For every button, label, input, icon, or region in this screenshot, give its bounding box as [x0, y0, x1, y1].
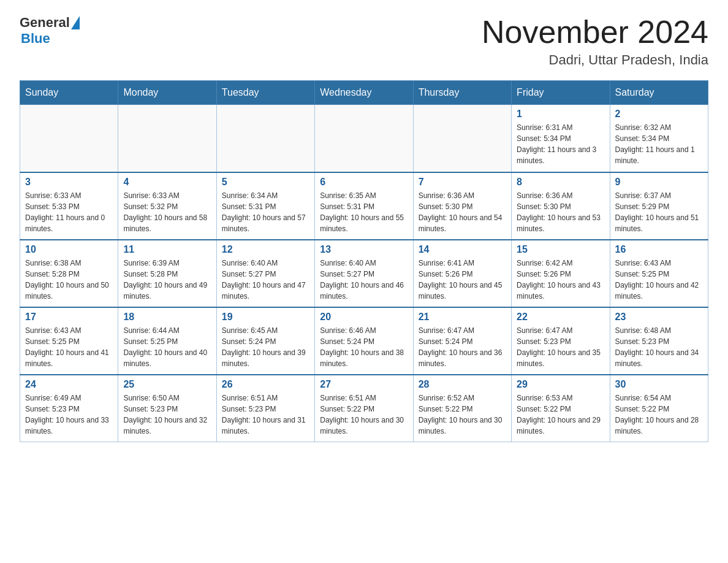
- calendar-cell: 26Sunrise: 6:51 AM Sunset: 5:23 PM Dayli…: [216, 375, 314, 442]
- day-info: Sunrise: 6:51 AM Sunset: 5:22 PM Dayligh…: [320, 393, 408, 437]
- day-info: Sunrise: 6:45 AM Sunset: 5:24 PM Dayligh…: [222, 325, 309, 369]
- day-number: 22: [517, 312, 604, 323]
- day-info: Sunrise: 6:51 AM Sunset: 5:23 PM Dayligh…: [222, 393, 309, 437]
- day-info: Sunrise: 6:36 AM Sunset: 5:30 PM Dayligh…: [419, 190, 506, 234]
- calendar-week-row: 3Sunrise: 6:33 AM Sunset: 5:33 PM Daylig…: [20, 172, 708, 240]
- day-info: Sunrise: 6:39 AM Sunset: 5:28 PM Dayligh…: [123, 258, 211, 302]
- day-info: Sunrise: 6:33 AM Sunset: 5:32 PM Dayligh…: [123, 190, 211, 234]
- calendar-cell: 1Sunrise: 6:31 AM Sunset: 5:34 PM Daylig…: [512, 105, 610, 172]
- day-number: 21: [419, 312, 506, 323]
- calendar-cell: 9Sunrise: 6:37 AM Sunset: 5:29 PM Daylig…: [610, 172, 708, 240]
- day-number: 7: [419, 177, 506, 188]
- calendar-cell: 28Sunrise: 6:52 AM Sunset: 5:22 PM Dayli…: [413, 375, 511, 442]
- day-number: 18: [123, 312, 211, 323]
- calendar-cell: 11Sunrise: 6:39 AM Sunset: 5:28 PM Dayli…: [118, 240, 216, 307]
- calendar-cell: 2Sunrise: 6:32 AM Sunset: 5:34 PM Daylig…: [610, 105, 708, 172]
- day-info: Sunrise: 6:44 AM Sunset: 5:25 PM Dayligh…: [123, 325, 211, 369]
- calendar-cell: 18Sunrise: 6:44 AM Sunset: 5:25 PM Dayli…: [118, 307, 216, 375]
- day-info: Sunrise: 6:34 AM Sunset: 5:31 PM Dayligh…: [222, 190, 309, 234]
- day-info: Sunrise: 6:40 AM Sunset: 5:27 PM Dayligh…: [222, 258, 309, 302]
- day-number: 16: [615, 244, 703, 255]
- calendar-table: SundayMondayTuesdayWednesdayThursdayFrid…: [20, 80, 708, 442]
- calendar-cell: 23Sunrise: 6:48 AM Sunset: 5:23 PM Dayli…: [610, 307, 708, 375]
- days-header-row: SundayMondayTuesdayWednesdayThursdayFrid…: [20, 81, 708, 105]
- location-subtitle: Dadri, Uttar Pradesh, India: [482, 52, 708, 68]
- logo: General Blue: [20, 15, 81, 47]
- day-info: Sunrise: 6:47 AM Sunset: 5:24 PM Dayligh…: [419, 325, 506, 369]
- day-number: 11: [123, 244, 211, 255]
- day-info: Sunrise: 6:43 AM Sunset: 5:25 PM Dayligh…: [25, 325, 113, 369]
- calendar-cell: 13Sunrise: 6:40 AM Sunset: 5:27 PM Dayli…: [315, 240, 413, 307]
- calendar-cell: 24Sunrise: 6:49 AM Sunset: 5:23 PM Dayli…: [20, 375, 118, 442]
- day-info: Sunrise: 6:41 AM Sunset: 5:26 PM Dayligh…: [419, 258, 506, 302]
- day-number: 13: [320, 244, 408, 255]
- day-number: 26: [222, 379, 309, 390]
- calendar-cell: 3Sunrise: 6:33 AM Sunset: 5:33 PM Daylig…: [20, 172, 118, 240]
- day-info: Sunrise: 6:42 AM Sunset: 5:26 PM Dayligh…: [517, 258, 604, 302]
- calendar-cell: 29Sunrise: 6:53 AM Sunset: 5:22 PM Dayli…: [512, 375, 610, 442]
- calendar-cell: 7Sunrise: 6:36 AM Sunset: 5:30 PM Daylig…: [413, 172, 511, 240]
- calendar-cell: 12Sunrise: 6:40 AM Sunset: 5:27 PM Dayli…: [216, 240, 314, 307]
- day-header-thursday: Thursday: [413, 81, 511, 105]
- day-number: 6: [320, 177, 408, 188]
- calendar-cell: 10Sunrise: 6:38 AM Sunset: 5:28 PM Dayli…: [20, 240, 118, 307]
- calendar-cell: 14Sunrise: 6:41 AM Sunset: 5:26 PM Dayli…: [413, 240, 511, 307]
- calendar-cell: [413, 105, 511, 172]
- day-info: Sunrise: 6:48 AM Sunset: 5:23 PM Dayligh…: [615, 325, 703, 369]
- day-info: Sunrise: 6:53 AM Sunset: 5:22 PM Dayligh…: [517, 393, 604, 437]
- calendar-cell: 15Sunrise: 6:42 AM Sunset: 5:26 PM Dayli…: [512, 240, 610, 307]
- day-info: Sunrise: 6:50 AM Sunset: 5:23 PM Dayligh…: [123, 393, 211, 437]
- calendar-cell: [216, 105, 314, 172]
- day-header-friday: Friday: [512, 81, 610, 105]
- month-title: November 2024: [482, 15, 708, 50]
- title-section: November 2024 Dadri, Uttar Pradesh, Indi…: [482, 15, 708, 68]
- day-number: 20: [320, 312, 408, 323]
- day-number: 12: [222, 244, 309, 255]
- logo-general-text: General: [20, 15, 70, 31]
- day-info: Sunrise: 6:35 AM Sunset: 5:31 PM Dayligh…: [320, 190, 408, 234]
- day-number: 5: [222, 177, 309, 188]
- calendar-cell: 17Sunrise: 6:43 AM Sunset: 5:25 PM Dayli…: [20, 307, 118, 375]
- calendar-cell: 4Sunrise: 6:33 AM Sunset: 5:32 PM Daylig…: [118, 172, 216, 240]
- day-number: 10: [25, 244, 113, 255]
- day-info: Sunrise: 6:33 AM Sunset: 5:33 PM Dayligh…: [25, 190, 113, 234]
- day-header-tuesday: Tuesday: [216, 81, 314, 105]
- calendar-week-row: 17Sunrise: 6:43 AM Sunset: 5:25 PM Dayli…: [20, 307, 708, 375]
- calendar-cell: [315, 105, 413, 172]
- day-header-saturday: Saturday: [610, 81, 708, 105]
- day-info: Sunrise: 6:31 AM Sunset: 5:34 PM Dayligh…: [517, 122, 604, 166]
- day-number: 25: [123, 379, 211, 390]
- logo-triangle-icon: [71, 16, 80, 29]
- calendar-week-row: 10Sunrise: 6:38 AM Sunset: 5:28 PM Dayli…: [20, 240, 708, 307]
- logo-top: General: [20, 15, 81, 31]
- day-number: 19: [222, 312, 309, 323]
- day-header-sunday: Sunday: [20, 81, 118, 105]
- calendar-cell: 8Sunrise: 6:36 AM Sunset: 5:30 PM Daylig…: [512, 172, 610, 240]
- day-info: Sunrise: 6:38 AM Sunset: 5:28 PM Dayligh…: [25, 258, 113, 302]
- calendar-cell: 6Sunrise: 6:35 AM Sunset: 5:31 PM Daylig…: [315, 172, 413, 240]
- calendar-cell: 5Sunrise: 6:34 AM Sunset: 5:31 PM Daylig…: [216, 172, 314, 240]
- day-info: Sunrise: 6:49 AM Sunset: 5:23 PM Dayligh…: [25, 393, 113, 437]
- calendar-week-row: 1Sunrise: 6:31 AM Sunset: 5:34 PM Daylig…: [20, 105, 708, 172]
- calendar-cell: 27Sunrise: 6:51 AM Sunset: 5:22 PM Dayli…: [315, 375, 413, 442]
- calendar-cell: 25Sunrise: 6:50 AM Sunset: 5:23 PM Dayli…: [118, 375, 216, 442]
- calendar-cell: 16Sunrise: 6:43 AM Sunset: 5:25 PM Dayli…: [610, 240, 708, 307]
- day-number: 29: [517, 379, 604, 390]
- calendar-cell: [20, 105, 118, 172]
- day-info: Sunrise: 6:47 AM Sunset: 5:23 PM Dayligh…: [517, 325, 604, 369]
- day-info: Sunrise: 6:40 AM Sunset: 5:27 PM Dayligh…: [320, 258, 408, 302]
- day-info: Sunrise: 6:36 AM Sunset: 5:30 PM Dayligh…: [517, 190, 604, 234]
- day-number: 17: [25, 312, 113, 323]
- day-number: 27: [320, 379, 408, 390]
- day-number: 1: [517, 109, 604, 120]
- day-number: 28: [419, 379, 506, 390]
- day-number: 2: [615, 109, 703, 120]
- day-number: 24: [25, 379, 113, 390]
- calendar-cell: 30Sunrise: 6:54 AM Sunset: 5:22 PM Dayli…: [610, 375, 708, 442]
- day-number: 3: [25, 177, 113, 188]
- calendar-week-row: 24Sunrise: 6:49 AM Sunset: 5:23 PM Dayli…: [20, 375, 708, 442]
- calendar-cell: 22Sunrise: 6:47 AM Sunset: 5:23 PM Dayli…: [512, 307, 610, 375]
- day-info: Sunrise: 6:52 AM Sunset: 5:22 PM Dayligh…: [419, 393, 506, 437]
- day-header-wednesday: Wednesday: [315, 81, 413, 105]
- day-info: Sunrise: 6:43 AM Sunset: 5:25 PM Dayligh…: [615, 258, 703, 302]
